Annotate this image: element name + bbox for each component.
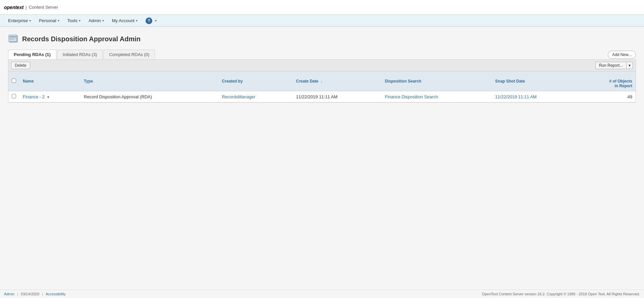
col-header-disposition-search: Disposition Search [381,71,492,91]
table-header-row: Name Type Created by Create Date ↓ Dispo… [8,71,636,91]
row-type-value: Record Disposition Approval (RDA) [84,94,152,99]
row-name-dropdown-icon[interactable]: ▾ [47,95,49,99]
run-report-dropdown-button[interactable]: ▾ [626,62,633,69]
col-header-create-date[interactable]: Create Date ↓ [292,71,381,91]
logo: opentext|Content Server [4,5,58,10]
col-disposition-search-label: Disposition Search [385,79,421,84]
tab-initiated[interactable]: Initiated RDAs (3) [57,50,103,59]
main-content: Records Disposition Approval Admin Pendi… [0,27,644,290]
row-snap-shot-date-cell: 11/22/2019 11:11 AM [492,91,581,102]
nav-label-personal: Personal [39,18,56,23]
nav-label-admin: Admin [89,18,101,23]
records-disposition-icon [8,34,19,44]
row-type-cell: Record Disposition Approval (RDA) [80,91,219,102]
chevron-down-icon: ▾ [102,19,104,22]
svg-rect-4 [9,35,17,42]
logo-separator: | [25,5,27,10]
table-row: Finance - 2 ▾ Record Disposition Approva… [8,91,636,102]
delete-button[interactable]: Delete [11,62,30,69]
svg-rect-7 [9,39,14,40]
footer-admin-link[interactable]: Admin [4,292,14,296]
nav-item-my-account[interactable]: My Account ▾ [108,15,142,27]
nav-label-enterprise: Enterprise [8,18,28,23]
footer-separator-2: | [42,292,43,296]
page-title: Records Disposition Approval Admin [22,35,141,43]
col-type-label: Type [84,79,93,84]
nav-label-my-account: My Account [112,18,135,23]
row-checkbox-cell [8,91,19,102]
footer-copyright: OpenText Content Server version 16.2. Co… [482,292,640,296]
records-table: Name Type Created by Create Date ↓ Dispo… [8,71,636,102]
row-num-objects-value: 49 [628,94,632,99]
logo-opentext: opentext [4,5,23,10]
footer-separator: | [17,292,18,296]
page-header: Records Disposition Approval Admin [8,34,636,44]
col-name-label: Name [23,79,34,84]
col-header-num-objects: # of Objects in Report [581,71,636,91]
tabs-area: Pending RDAs (1) Initiated RDAs (3) Comp… [8,50,636,59]
toolbar: Delete Run Report... ▾ [8,60,636,71]
tabs: Pending RDAs (1) Initiated RDAs (3) Comp… [8,50,156,59]
row-create-date-cell: 11/22/2019 11:11 AM [292,91,381,102]
select-all-checkbox-header [8,71,19,91]
col-header-name[interactable]: Name [19,71,80,91]
chevron-down-icon: ▾ [79,19,80,22]
navbar: Enterprise ▾ Personal ▾ Tools ▾ Admin ▾ … [0,15,644,27]
run-report-area: Run Report... ▾ [595,62,633,69]
chevron-down-icon: ▾ [58,19,59,22]
col-header-snap-shot-date: Snap Shot Date [492,71,581,91]
footer-date: 03/14/2020 [21,292,39,296]
row-name-cell: Finance - 2 ▾ [19,91,80,102]
footer: Admin | 03/14/2020 | Accessibility OpenT… [0,290,644,298]
chevron-down-icon: ▾ [155,19,157,22]
page-icon [8,34,19,44]
col-created-by-label: Created by [222,79,243,84]
svg-rect-6 [9,38,16,38]
row-disposition-search-cell: Finance Disposition Search [381,91,492,102]
run-report-button[interactable]: Run Report... [595,62,626,69]
tab-completed[interactable]: Completed RDAs (0) [103,50,155,59]
row-snap-shot-date-link[interactable]: 11/22/2019 11:11 AM [495,94,537,99]
header: opentext|Content Server [0,0,644,15]
tab-pending[interactable]: Pending RDAs (1) [8,50,56,59]
col-header-type: Type [80,71,219,91]
svg-rect-5 [9,36,16,37]
row-name-link[interactable]: Finance - 2 [23,94,45,99]
row-created-by-link[interactable]: RecordsManager [222,94,256,99]
col-header-created-by: Created by [219,71,293,91]
nav-item-personal[interactable]: Personal ▾ [35,15,63,27]
table-area: Delete Run Report... ▾ Name Type [8,59,636,103]
row-disposition-search-link[interactable]: Finance Disposition Search [385,94,438,99]
footer-left: Admin | 03/14/2020 | Accessibility [4,292,66,296]
nav-item-tools[interactable]: Tools ▾ [63,15,85,27]
sort-arrow-icon: ↓ [321,80,322,83]
chevron-down-icon: ▾ [136,19,138,22]
footer-right: OpenText Content Server version 16.2. Co… [482,292,640,296]
row-create-date-value: 11/22/2019 11:11 AM [296,94,337,99]
nav-item-enterprise[interactable]: Enterprise ▾ [4,15,35,27]
row-created-by-cell: RecordsManager [219,91,293,102]
select-all-checkbox[interactable] [12,79,16,83]
chevron-down-icon: ▾ [29,19,31,22]
help-icon: ? [146,17,152,24]
nav-label-tools: Tools [67,18,77,23]
col-num-objects-label: # of Objects in Report [609,79,632,88]
col-create-date-label: Create Date [296,79,318,84]
logo-content-server: Content Server [29,5,58,10]
col-snap-shot-date-label: Snap Shot Date [495,79,525,84]
row-num-objects-cell: 49 [581,91,636,102]
nav-item-help[interactable]: ? ▾ [142,15,161,27]
add-new-button[interactable]: Add New... [608,51,636,59]
nav-item-admin[interactable]: Admin ▾ [85,15,108,27]
row-checkbox[interactable] [12,94,16,98]
footer-accessibility-link[interactable]: Accessibility [46,292,66,296]
